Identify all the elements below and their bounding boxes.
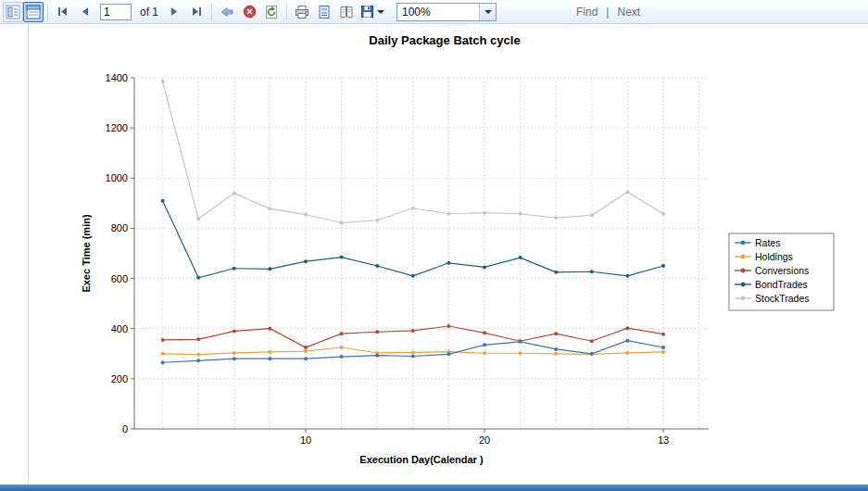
export-button[interactable]	[358, 2, 387, 22]
legend-label: BondTrades	[755, 279, 808, 290]
legend-label: Holdings	[755, 251, 793, 262]
printer-icon	[295, 5, 309, 19]
y-tick-label: 600	[111, 273, 128, 284]
chart-axes	[131, 78, 709, 433]
x-tick-label: 13	[658, 434, 669, 446]
y-tick-label: 1200	[106, 122, 128, 133]
x-tick-label: 20	[479, 434, 490, 446]
last-page-button[interactable]	[185, 2, 208, 22]
next-page-icon	[170, 6, 179, 17]
chart-ylabel: Exec Time (min)	[81, 214, 92, 292]
document-map-icon	[6, 5, 20, 19]
refresh-button[interactable]	[260, 2, 283, 22]
zoom-dropdown-button[interactable]	[479, 4, 496, 20]
page-setup-button[interactable]	[335, 2, 358, 22]
bottom-strip	[0, 485, 868, 491]
previous-page-icon	[81, 6, 90, 17]
first-page-button[interactable]	[52, 2, 74, 22]
y-tick-label: 200	[111, 373, 128, 384]
parameters-panel-icon	[26, 5, 41, 19]
previous-page-button[interactable]	[74, 2, 96, 22]
back-button[interactable]	[216, 2, 238, 22]
first-page-icon	[57, 6, 69, 17]
next-page-button[interactable]	[163, 2, 185, 22]
find-next-divider: |	[606, 6, 609, 19]
page-count-label: of 1	[140, 6, 158, 19]
print-layout-button[interactable]	[313, 2, 335, 22]
y-tick-label: 400	[111, 323, 128, 334]
print-layout-icon	[317, 5, 332, 19]
refresh-icon	[264, 5, 279, 19]
chart-title: Daily Package Batch cycle	[369, 33, 520, 47]
chart-gridlines	[134, 78, 709, 429]
page-number-input[interactable]	[100, 4, 132, 20]
toolbar-separator	[47, 4, 48, 20]
legend-label: Conversions	[755, 265, 809, 276]
y-tick-label: 1000	[106, 172, 128, 183]
export-dropdown-caret	[377, 10, 384, 14]
find-area: Find | Next	[576, 6, 640, 19]
chart-xlabel: Execution Day(Calendar )	[359, 454, 484, 465]
y-tick-label: 0	[122, 423, 128, 434]
legend-label: Rates	[755, 237, 780, 248]
last-page-icon	[191, 6, 202, 17]
zoom-value: 100%	[397, 6, 479, 19]
chart-legend: RatesHoldingsConversionsBondTradesStockT…	[729, 233, 834, 310]
y-tick-label: 800	[111, 222, 128, 233]
stop-rendering-button[interactable]	[238, 2, 260, 22]
report-toolbar: of 1	[0, 0, 868, 24]
find-button[interactable]: Find	[576, 6, 598, 19]
chart-canvas: 0200400600800100012001400102013Daily Pac…	[28, 24, 868, 485]
find-next-button[interactable]: Next	[617, 6, 640, 19]
document-map-toggle-button[interactable]	[3, 2, 23, 22]
print-button[interactable]	[291, 2, 313, 22]
toolbar-separator	[211, 4, 212, 20]
stop-icon	[243, 5, 257, 19]
x-tick-label: 10	[300, 434, 311, 446]
parameters-panel-toggle-button[interactable]	[23, 2, 44, 22]
back-arrow-icon	[220, 5, 234, 19]
y-tick-label: 1400	[106, 72, 128, 83]
legend-label: StockTrades	[755, 293, 810, 304]
toolbar-separator	[286, 4, 287, 20]
save-export-icon	[360, 5, 374, 19]
zoom-combobox[interactable]: 100%	[396, 3, 497, 21]
page-setup-icon	[339, 5, 354, 19]
zoom-caret-icon	[484, 10, 492, 14]
